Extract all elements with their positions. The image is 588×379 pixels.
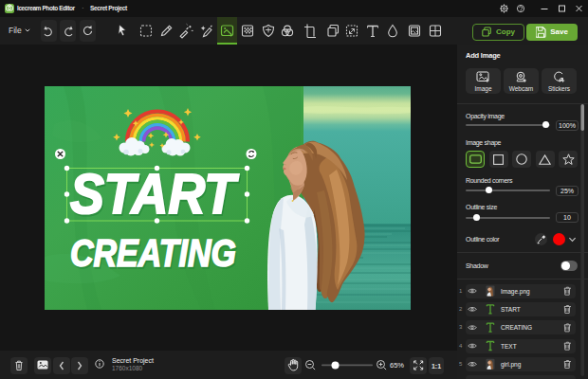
svg-text:CREATING: CREATING <box>70 232 236 274</box>
svg-text:START: START <box>70 162 239 226</box>
